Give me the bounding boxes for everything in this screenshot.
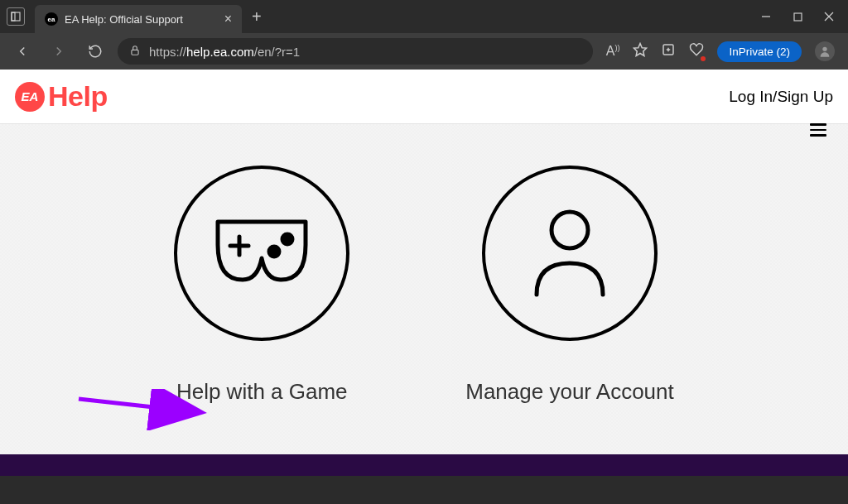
ea-badge-text: EA: [22, 89, 39, 103]
window-controls: [760, 11, 841, 22]
svg-point-16: [552, 212, 588, 248]
site-header: EA Help Log In/Sign Up: [0, 70, 848, 124]
ea-help-logo[interactable]: EA Help: [15, 80, 108, 113]
refresh-button[interactable]: [81, 37, 109, 65]
url-host: help.ea.com: [186, 45, 254, 59]
help-with-game-label: Help with a Game: [176, 379, 348, 405]
toolbar-right: A)) InPrivate (2): [601, 41, 840, 62]
heartbeat-icon[interactable]: [689, 42, 704, 60]
close-window-button[interactable]: [823, 11, 835, 22]
maximize-button[interactable]: [792, 11, 803, 22]
svg-rect-3: [794, 13, 802, 21]
logo-help-text: Help: [48, 80, 108, 113]
help-with-game-option[interactable]: Help with a Game: [174, 166, 349, 405]
svg-point-15: [269, 247, 279, 257]
inprivate-label: InPrivate (2): [729, 46, 790, 58]
hamburger-menu-icon[interactable]: [810, 123, 826, 137]
svg-marker-7: [634, 44, 647, 56]
page-content: EA Help Log In/Sign Up Help with a Game: [0, 70, 848, 476]
svg-rect-1: [12, 12, 15, 21]
browser-tab[interactable]: ea EA Help: Official Support ×: [35, 5, 242, 33]
manage-account-label: Manage your Account: [465, 379, 674, 405]
back-button[interactable]: [8, 37, 36, 65]
person-icon: [482, 166, 658, 341]
url-path: /en/?r=1: [254, 45, 300, 59]
forward-button[interactable]: [45, 37, 73, 65]
game-controller-icon: [174, 166, 349, 341]
login-signup-link[interactable]: Log In/Sign Up: [729, 88, 833, 106]
profile-button[interactable]: [815, 41, 835, 61]
ea-badge-icon: EA: [15, 82, 45, 112]
minimize-button[interactable]: [760, 11, 772, 22]
footer-strip: [0, 454, 848, 476]
tab-actions-icon[interactable]: [7, 7, 25, 26]
browser-toolbar: https://help.ea.com/en/?r=1 A)) InPrivat…: [0, 33, 848, 70]
svg-point-11: [822, 47, 826, 51]
favorites-icon[interactable]: [633, 42, 648, 60]
svg-rect-0: [12, 12, 20, 21]
svg-point-14: [282, 234, 292, 244]
tab-close-button[interactable]: ×: [224, 12, 232, 26]
url-text: https://help.ea.com/en/?r=1: [149, 45, 300, 59]
read-aloud-icon[interactable]: A)): [606, 44, 620, 59]
main-options-area: Help with a Game Manage your Account: [0, 124, 848, 454]
address-bar[interactable]: https://help.ea.com/en/?r=1: [118, 38, 593, 65]
inprivate-indicator[interactable]: InPrivate (2): [717, 41, 802, 62]
manage-account-option[interactable]: Manage your Account: [465, 166, 674, 405]
lock-icon: [129, 45, 141, 59]
svg-rect-6: [132, 50, 138, 55]
new-tab-button[interactable]: +: [252, 7, 262, 26]
window-titlebar: ea EA Help: Official Support × +: [0, 0, 848, 33]
tab-favicon: ea: [45, 12, 58, 26]
tab-title: EA Help: Official Support: [65, 13, 183, 26]
url-scheme: https://: [149, 45, 186, 59]
collections-icon[interactable]: [661, 42, 676, 60]
